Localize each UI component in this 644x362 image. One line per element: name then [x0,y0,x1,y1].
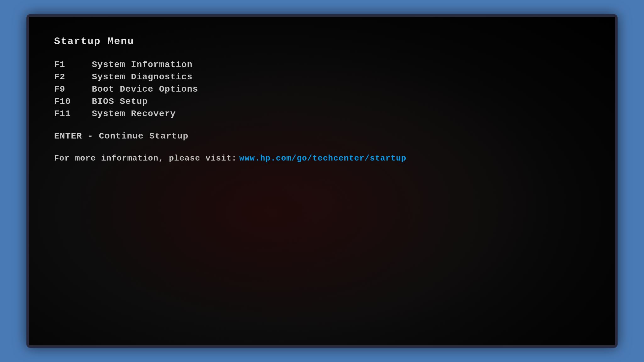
menu-item-f2[interactable]: F2 System Diagnostics [54,72,590,82]
enter-continue-line: ENTER - Continue Startup [54,131,590,141]
monitor: Startup Menu F1 System Information F2 Sy… [26,14,618,348]
key-f1: F1 [54,60,92,70]
info-url-link: www.hp.com/go/techcenter/startup [239,154,406,163]
label-system-diagnostics: System Diagnostics [92,72,192,82]
info-line: For more information, please visit: www.… [54,154,590,163]
menu-item-f9[interactable]: F9 Boot Device Options [54,84,590,94]
key-f10: F10 [54,97,92,106]
menu-item-f1[interactable]: F1 System Information [54,60,590,70]
label-system-information: System Information [92,60,192,70]
label-boot-device-options: Boot Device Options [92,84,198,94]
key-f2: F2 [54,72,92,82]
key-f11: F11 [54,109,92,119]
menu-list: F1 System Information F2 System Diagnost… [54,60,590,119]
label-bios-setup: BIOS Setup [92,97,148,106]
label-system-recovery: System Recovery [92,109,176,119]
menu-item-f11[interactable]: F11 System Recovery [54,109,590,119]
key-f9: F9 [54,84,92,94]
menu-item-f10[interactable]: F10 BIOS Setup [54,97,590,106]
startup-menu-title: Startup Menu [54,36,590,47]
bios-screen: Startup Menu F1 System Information F2 Sy… [29,17,615,345]
info-prefix-text: For more information, please visit: [54,154,237,163]
